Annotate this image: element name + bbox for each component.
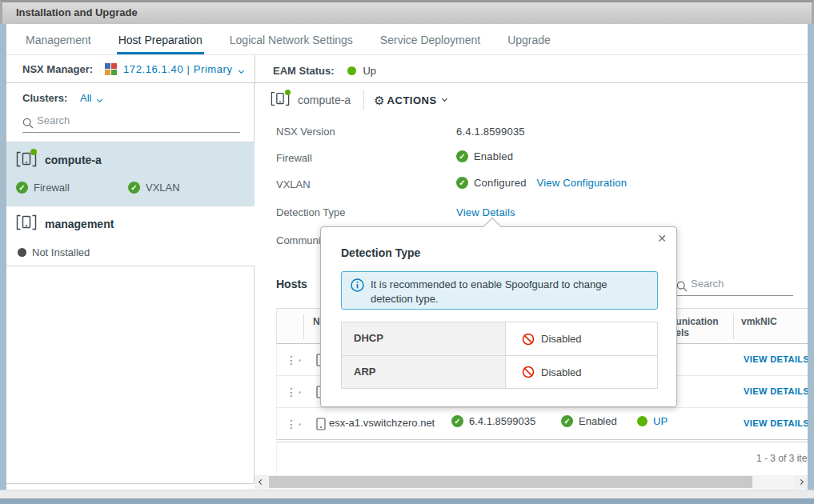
entity-name: compute-a [298, 94, 351, 106]
check-circle-icon: ✓ [128, 182, 140, 194]
eam-status-section: EAM Status: Up [255, 55, 376, 82]
host-nsx-installation: ✓ 6.4.1.8599035 [451, 415, 535, 427]
search-icon [22, 118, 34, 129]
cluster-icon [16, 214, 37, 234]
status-dot [637, 416, 648, 426]
status-dot [18, 248, 26, 257]
hosts-table-footer: 1 - 3 of 3 items [276, 442, 808, 474]
detection-value: Disabled [506, 356, 657, 388]
nsx-manager-icon [105, 63, 118, 76]
window-titlebar[interactable]: Installation and Upgrade [0, 0, 814, 24]
detection-value: Disabled [506, 322, 657, 355]
clusters-label: Clusters: [22, 92, 67, 104]
window-frame-bottom-edge [0, 498, 814, 504]
cluster-status-vxlan: ✓ VXLAN [128, 182, 180, 194]
check-circle-icon: ✓ [456, 150, 468, 162]
actions-button[interactable]: ⚙ ACTIONS [374, 94, 446, 106]
detail-value-firewall: ✓ Enabled [456, 150, 513, 162]
detail-label-firewall: Firewall [276, 152, 312, 164]
detail-label-nsx-version: NSX Version [276, 126, 335, 138]
scrollbar-thumb[interactable] [269, 476, 752, 488]
detection-type-table: DHCP Disabled ARP Disabled [341, 322, 658, 389]
window-title: Installation and Upgrade [16, 6, 138, 18]
entity-header: compute-a ⚙ ACTIONS [271, 90, 447, 110]
row-handle-dot [299, 391, 301, 394]
detection-label: DHCP [342, 322, 506, 355]
check-circle-icon: ✓ [561, 415, 573, 427]
tab-logical-network-settings[interactable]: Logical Network Settings [228, 34, 355, 54]
scroll-right-arrow[interactable] [794, 475, 808, 489]
horizontal-scrollbar[interactable] [255, 475, 808, 489]
tab-management[interactable]: Management [24, 34, 93, 54]
scroll-left-arrow[interactable] [255, 475, 268, 489]
host-communication-channel: UP [637, 415, 668, 427]
row-handle-dot [299, 423, 301, 426]
column-divider [733, 314, 734, 339]
check-circle-icon: ✓ [16, 182, 28, 194]
column-divider [303, 314, 304, 339]
clusters-filter-dropdown[interactable]: All [80, 92, 102, 104]
view-details-link[interactable]: VIEW DETAILS [744, 354, 808, 364]
divider [363, 90, 364, 110]
window-frame-right [808, 24, 814, 490]
view-configuration-link[interactable]: View Configuration [537, 177, 627, 189]
detail-label-vxlan: VXLAN [276, 178, 311, 190]
detection-row-dhcp: DHCP Disabled [342, 322, 657, 355]
view-details-link[interactable]: View Details [456, 206, 515, 218]
cluster-status-not-installed: Not Installed [18, 246, 90, 258]
disabled-icon [522, 366, 535, 378]
cluster-status-firewall: ✓ Firewall [16, 182, 70, 194]
row-menu-icon[interactable]: ⋮ [286, 385, 297, 399]
chevron-down-icon [442, 96, 447, 102]
detection-row-arp: ARP Disabled [342, 355, 657, 388]
eam-status-value: Up [363, 65, 376, 77]
hosts-search [676, 275, 793, 296]
info-icon [351, 278, 364, 292]
column-header-vmknic[interactable]: vmkNIC [741, 316, 777, 327]
eam-status-dot [347, 66, 356, 75]
view-details-link[interactable]: VIEW DETAILS [744, 386, 808, 396]
sidebar-search-input[interactable] [37, 114, 237, 126]
row-menu-icon[interactable]: ⋮ [286, 353, 297, 367]
eam-status-label: EAM Status: [273, 65, 335, 77]
detail-value-vxlan: ✓ Configured View Configuration [456, 177, 627, 189]
cluster-name: management [45, 218, 114, 230]
hosts-heading: Hosts [276, 278, 307, 290]
host-row-esx-a1[interactable]: ⋮ esx-a1.vswitchzero.net ✓ 6.4.1.8599035… [276, 408, 808, 440]
popup-title: Detection Type [341, 246, 420, 259]
sidebar-item-management[interactable]: management Not Installed [6, 206, 255, 266]
nsx-manager-bar: NSX Manager: 172.16.1.40 | Primary EAM S… [6, 55, 808, 83]
disabled-icon [522, 333, 535, 346]
tab-service-deployment[interactable]: Service Deployment [379, 34, 482, 54]
chevron-down-icon [239, 68, 244, 74]
row-handle-dot [299, 359, 301, 362]
window-frame-left [0, 24, 6, 490]
detail-label-detection-type: Detection Type [276, 206, 345, 218]
hosts-search-input[interactable] [691, 278, 790, 290]
tab-upgrade[interactable]: Upgrade [506, 34, 552, 54]
row-menu-icon[interactable]: ⋮ [286, 417, 297, 431]
tab-host-preparation[interactable]: Host Preparation [117, 34, 204, 54]
check-circle-icon: ✓ [456, 177, 468, 189]
detection-label: ARP [342, 356, 506, 388]
host-firewall-status: ✓ Enabled [561, 415, 617, 427]
info-text: It is recommended to enable Spoofguard t… [371, 278, 607, 305]
detection-type-popup: ✕ Detection Type It is recommended to en… [320, 226, 677, 407]
sidebar-search [22, 112, 240, 133]
search-icon [676, 281, 688, 292]
host-name: esx-a1.vswitchzero.net [329, 417, 435, 429]
view-details-link[interactable]: VIEW DETAILS [744, 418, 808, 428]
close-icon[interactable]: ✕ [657, 232, 667, 245]
tab-bar: Management Host Preparation Logical Netw… [6, 24, 808, 55]
check-circle-icon: ✓ [451, 415, 463, 427]
sidebar-item-compute-a[interactable]: compute-a ✓ Firewall ✓ VXLAN [6, 142, 255, 206]
nsx-manager-selector[interactable]: 172.16.1.40 | Primary [123, 63, 243, 75]
cluster-icon [271, 91, 293, 109]
clusters-sidebar: Clusters: All compute-a ✓ Firewall ✓ VXL… [6, 83, 255, 484]
cluster-status-dot [285, 90, 291, 95]
nsx-manager-label: NSX Manager: [22, 63, 93, 75]
cluster-status-dot [30, 149, 37, 155]
detail-value-nsx-version: 6.4.1.8599035 [456, 126, 525, 138]
info-banner: It is recommended to enable Spoofguard t… [341, 271, 658, 310]
chevron-down-icon [97, 97, 102, 102]
